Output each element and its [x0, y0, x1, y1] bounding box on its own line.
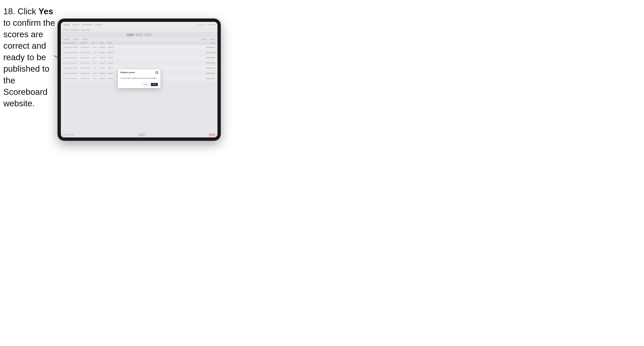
tablet-device: Publish scores × Are you ready to publis…: [58, 18, 221, 141]
modal-footer: Cancel Yes: [118, 81, 160, 88]
modal-title: Publish scores: [120, 71, 135, 74]
bold-yes: Yes: [38, 6, 53, 16]
cancel-button[interactable]: Cancel: [141, 83, 150, 86]
modal-header: Publish scores ×: [118, 69, 160, 75]
publish-scores-modal: Publish scores × Are you ready to publis…: [118, 69, 160, 88]
modal-message: Are you ready to publish these scores to…: [120, 77, 158, 79]
tablet-screen: Publish scores × Are you ready to publis…: [61, 22, 218, 138]
instruction-body: Click Yes to confirm the scores are corr…: [3, 6, 55, 108]
modal-close-button[interactable]: ×: [155, 71, 158, 74]
instruction-text: 18. Click Yes to confirm the scores are …: [3, 5, 55, 109]
instruction-after: to confirm the scores are correct and re…: [3, 18, 55, 108]
modal-body: Are you ready to publish these scores to…: [118, 75, 160, 81]
yes-button[interactable]: Yes: [151, 83, 158, 86]
step-number: 18.: [3, 6, 15, 16]
